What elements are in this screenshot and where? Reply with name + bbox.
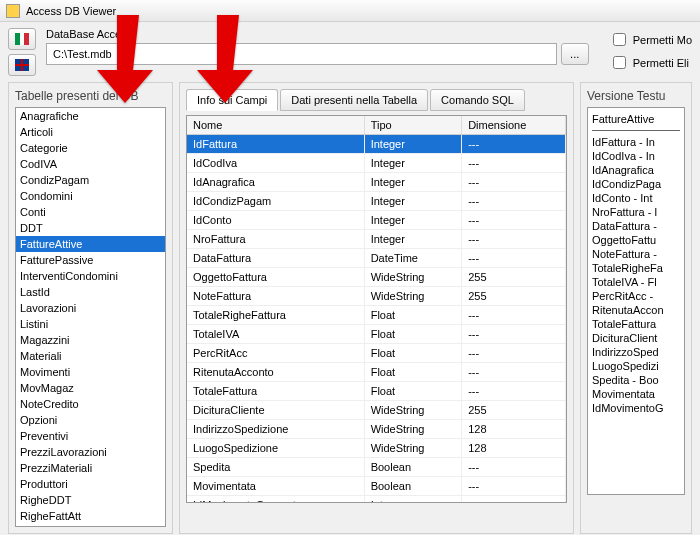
- field-row[interactable]: IndirizzoSpedizioneWideString128: [187, 420, 566, 439]
- field-row[interactable]: NoteFatturaWideString255: [187, 287, 566, 306]
- column-header[interactable]: Dimensione: [462, 116, 566, 135]
- table-item[interactable]: Condomini: [16, 188, 165, 204]
- field-row[interactable]: PercRitAccFloat---: [187, 344, 566, 363]
- table-item[interactable]: Articoli: [16, 124, 165, 140]
- table-item[interactable]: Opzioni: [16, 412, 165, 428]
- field-row[interactable]: OggettoFatturaWideString255: [187, 268, 566, 287]
- lang-it-button[interactable]: [8, 28, 36, 50]
- table-item[interactable]: Magazzini: [16, 332, 165, 348]
- table-item[interactable]: DDT: [16, 220, 165, 236]
- table-item[interactable]: CondizPagam: [16, 172, 165, 188]
- browse-button[interactable]: ...: [561, 43, 589, 65]
- fields-grid[interactable]: NomeTipoDimensione IdFatturaInteger---Id…: [186, 115, 567, 503]
- field-row[interactable]: DataFatturaDateTime---: [187, 249, 566, 268]
- table-item[interactable]: NoteCredito: [16, 396, 165, 412]
- field-row[interactable]: RitenutaAccontoFloat---: [187, 363, 566, 382]
- field-row[interactable]: IdContoInteger---: [187, 211, 566, 230]
- table-item[interactable]: MovMagaz: [16, 380, 165, 396]
- permission-checkbox[interactable]: Permetti Eli: [609, 53, 692, 72]
- flag-it-icon: [15, 33, 29, 45]
- field-row[interactable]: SpeditaBoolean---: [187, 458, 566, 477]
- field-row[interactable]: LuogoSpedizioneWideString128: [187, 439, 566, 458]
- field-row[interactable]: DicituraClienteWideString255: [187, 401, 566, 420]
- table-item[interactable]: Categorie: [16, 140, 165, 156]
- tables-list[interactable]: AnagraficheArticoliCategorieCodIVACondiz…: [15, 107, 166, 527]
- tab[interactable]: Dati presenti nella Tabella: [280, 89, 428, 111]
- table-item[interactable]: Listini: [16, 316, 165, 332]
- field-row[interactable]: IdCodIvaInteger---: [187, 154, 566, 173]
- table-item[interactable]: FatturePassive: [16, 252, 165, 268]
- field-row[interactable]: IdFatturaInteger---: [187, 135, 566, 154]
- field-row[interactable]: TotaleRigheFatturaFloat---: [187, 306, 566, 325]
- field-row[interactable]: IdAnagraficaInteger---: [187, 173, 566, 192]
- svg-marker-0: [97, 15, 153, 103]
- table-item[interactable]: Produttori: [16, 476, 165, 492]
- lang-en-button[interactable]: [8, 54, 36, 76]
- column-header[interactable]: Tipo: [364, 116, 462, 135]
- tab[interactable]: Comando SQL: [430, 89, 525, 111]
- app-icon: [6, 4, 20, 18]
- table-item[interactable]: FattureAttive: [16, 236, 165, 252]
- table-item[interactable]: RigheFattAtt: [16, 508, 165, 524]
- permission-checkbox[interactable]: Permetti Mo: [609, 30, 692, 49]
- table-item[interactable]: RigheInterventiCondomini: [16, 524, 165, 527]
- table-item[interactable]: RigheDDT: [16, 492, 165, 508]
- flag-uk-icon: [15, 59, 29, 71]
- field-row[interactable]: TotaleFatturaFloat---: [187, 382, 566, 401]
- field-row[interactable]: IdCondizPagamInteger---: [187, 192, 566, 211]
- table-item[interactable]: Lavorazioni: [16, 300, 165, 316]
- table-item[interactable]: Movimenti: [16, 364, 165, 380]
- field-row[interactable]: IdMovimentoGeneratoInteger---: [187, 496, 566, 504]
- column-header[interactable]: Nome: [187, 116, 364, 135]
- annotation-arrow: [195, 15, 255, 107]
- table-item[interactable]: Anagrafiche: [16, 108, 165, 124]
- table-item[interactable]: Preventivi: [16, 428, 165, 444]
- annotation-arrow: [95, 15, 155, 107]
- table-item[interactable]: InterventiCondomini: [16, 268, 165, 284]
- table-item[interactable]: Materiali: [16, 348, 165, 364]
- table-item[interactable]: LastId: [16, 284, 165, 300]
- svg-marker-1: [197, 15, 253, 103]
- text-version-box: FattureAttiveIdFattura - InIdCodIva - In…: [587, 107, 685, 495]
- field-row[interactable]: MovimentataBoolean---: [187, 477, 566, 496]
- text-version-title: Versione Testu: [587, 89, 685, 103]
- field-row[interactable]: TotaleIVAFloat---: [187, 325, 566, 344]
- table-item[interactable]: PrezziLavorazioni: [16, 444, 165, 460]
- table-item[interactable]: PrezziMateriali: [16, 460, 165, 476]
- table-item[interactable]: CodIVA: [16, 156, 165, 172]
- table-item[interactable]: Conti: [16, 204, 165, 220]
- field-row[interactable]: NroFatturaInteger---: [187, 230, 566, 249]
